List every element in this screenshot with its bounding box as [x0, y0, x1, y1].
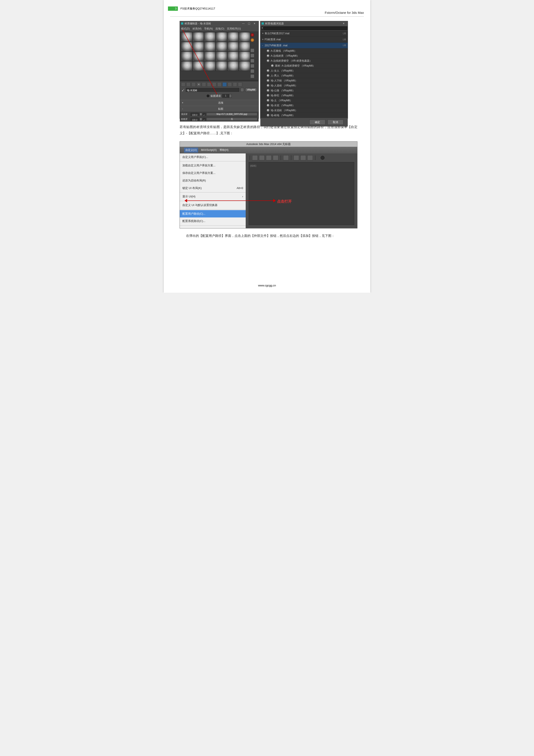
menu-customize[interactable]: 自定义(U) [184, 148, 198, 152]
list-item[interactable]: 地-水泥 （VRayMtl） [260, 103, 348, 108]
channel-radio[interactable] [207, 94, 209, 97]
eyedropper-icon[interactable] [182, 88, 185, 92]
menu-item[interactable]: 自定义 UI 与默认设置切换器 [180, 202, 246, 209]
menu-material[interactable]: 材质(M) [192, 26, 202, 31]
list-item[interactable]: 地-卵石 （VRayMtl） [260, 93, 348, 98]
toolbar-icon[interactable] [266, 155, 271, 160]
channel-spinner[interactable] [229, 94, 232, 97]
list-item[interactable]: 地-公路 （VRayMtl） [260, 88, 348, 93]
toolbar-icon[interactable] [283, 155, 289, 160]
toolbar-icon[interactable] [252, 155, 258, 160]
menu-options[interactable]: 选项(O) [215, 26, 224, 31]
toolbar-icon[interactable] [273, 155, 278, 160]
collapse-icon[interactable]: - [262, 43, 265, 48]
scrollbar[interactable] [180, 79, 258, 81]
search-input[interactable] [264, 27, 347, 30]
page-number: 3 [168, 7, 178, 11]
list-item[interactable]: A-边线材质 （VRayMtl） [260, 53, 348, 58]
material-ball-icon [267, 74, 269, 77]
menu-utils[interactable]: 实用程序(U) [227, 26, 241, 31]
close-button[interactable]: × [252, 21, 257, 26]
lib-name[interactable]: 2017VR材质库 .mat [265, 43, 343, 48]
show-end-icon[interactable] [228, 82, 232, 87]
list-item[interactable]: A-边线材质镂空 （VR-材质包裹器） [260, 58, 348, 63]
roll-options[interactable]: 选项 [184, 100, 257, 105]
toolbar-icon[interactable] [293, 155, 299, 160]
diffuse-spinner[interactable]: ▲▼ [200, 113, 202, 116]
material-type-button[interactable]: VRayMtl [245, 88, 257, 92]
rough-spinner[interactable]: ▲▼ [200, 118, 202, 121]
rough-check[interactable]: ✓ [203, 118, 206, 121]
menu-item[interactable]: 显示 UI(H)› [180, 193, 246, 201]
rough-map-button[interactable]: 无 [207, 118, 257, 121]
list-item[interactable]: 基材: A-边线材质镂空 （VRayMtl） [260, 63, 348, 68]
diffuse-map-button[interactable]: Map #17 (水泥砖_DIFFUSE.jpg) [207, 113, 257, 116]
mini-icon[interactable] [250, 74, 254, 78]
menu-navigate[interactable]: 导航(N) [204, 26, 213, 31]
channel-value[interactable]: 1 [222, 94, 229, 97]
lib-name[interactable]: 青云CR材质2017.mat [265, 31, 343, 36]
preview-icon[interactable] [250, 59, 254, 63]
toolbar-icon[interactable] [300, 155, 306, 160]
viewport[interactable]: [线框] [249, 162, 354, 225]
list-item[interactable]: 地-人字砖 （VRayMtl） [260, 78, 348, 83]
material-ball-icon [267, 79, 269, 82]
select-by-icon[interactable] [250, 69, 254, 73]
menu-item[interactable]: 保存自定义用户界面方案... [180, 169, 246, 177]
menu-item[interactable]: 锁定 UI 布局(K)Alt+0 [180, 184, 246, 192]
ok-button[interactable]: 确定 [309, 120, 325, 125]
toolbar-icon[interactable] [307, 155, 313, 160]
roll-maps[interactable]: 贴图 [184, 106, 257, 111]
list-item[interactable]: 地-人道砖 （VRayMtl） [260, 83, 348, 88]
expand-icon[interactable]: + [262, 37, 265, 42]
material-ball-icon [267, 69, 269, 72]
channel-label: 贴图通道 [211, 94, 221, 98]
rough-amount[interactable]: 100.0 [191, 118, 199, 121]
assign-icon[interactable] [191, 82, 196, 87]
uv-tile-icon[interactable] [250, 48, 254, 52]
name-dropdown-icon[interactable] [241, 88, 244, 92]
roll-minus-icon[interactable]: - [181, 106, 184, 111]
make-copy-icon[interactable] [202, 82, 206, 87]
get-material-icon[interactable] [181, 82, 185, 87]
backlight-icon[interactable] [250, 38, 254, 42]
roll-plus-icon[interactable]: + [181, 100, 184, 105]
list-item[interactable]: 人-女人 （VRayMtl） [260, 68, 348, 73]
go-sibling-icon[interactable] [238, 82, 242, 87]
browser-close-button[interactable]: × [341, 21, 346, 26]
options-icon[interactable] [250, 64, 254, 68]
list-item[interactable]: A-石膏线 （VRayMtl） [260, 48, 348, 53]
list-item[interactable]: 地-水泥砖 （VRayMtl） [260, 108, 348, 113]
put-to-scene-icon[interactable] [186, 82, 191, 87]
expand-icon[interactable]: + [262, 31, 265, 36]
max-button[interactable]: ▢ [246, 21, 252, 26]
sample-slots[interactable] [181, 32, 250, 78]
menu-item[interactable]: 配置系统路径(C)... [180, 217, 246, 225]
menu-item[interactable]: 还原为启动布局(R) [180, 177, 246, 184]
menu-item[interactable]: 配置用户路径(C)... [180, 210, 246, 218]
menu-item[interactable]: 自定义用户界面(C)... [180, 153, 246, 161]
diffuse-amount[interactable]: 100.0 [191, 113, 199, 116]
sample-type-icon[interactable] [250, 33, 254, 37]
menu-item[interactable]: 单位设置(U)... [180, 226, 246, 229]
lib-name[interactable]: FS材质库.mat [265, 37, 343, 42]
list-item[interactable]: 地-土 （VRayMtl） [260, 98, 348, 103]
show-in-viewport-icon[interactable] [222, 82, 227, 87]
min-button[interactable]: — [241, 21, 246, 26]
menu-maxscript[interactable]: MAXScript(X) [201, 148, 217, 152]
material-name-input[interactable]: 地-水泥砖 [186, 88, 239, 92]
cancel-button[interactable]: 取消 [327, 120, 343, 125]
menu-help[interactable]: 帮助(H) [220, 148, 228, 152]
background-icon[interactable] [250, 43, 254, 47]
diffuse-check[interactable]: ✓ [203, 113, 206, 116]
video-check-icon[interactable] [250, 54, 254, 58]
list-item[interactable]: 地-砖地 （VRayMtl） [260, 113, 348, 118]
matid-icon[interactable] [217, 82, 221, 87]
list-item[interactable]: 人-男人 （VRayMtl） [260, 73, 348, 78]
reset-icon[interactable]: × [196, 82, 201, 87]
go-parent-icon[interactable] [233, 82, 237, 87]
toolbar-circle-icon[interactable] [320, 156, 324, 160]
menu-item[interactable]: 加载自定义用户界面方案... [180, 162, 246, 169]
toolbar-icon[interactable] [259, 155, 265, 160]
search-menu-icon[interactable]: ▼ [261, 26, 264, 30]
